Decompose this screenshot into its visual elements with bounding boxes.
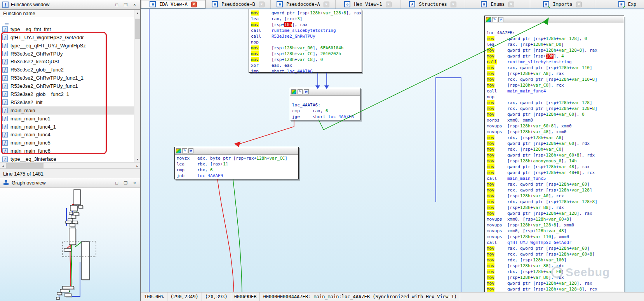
- list-item-function[interactable]: fmain_main: [0, 106, 134, 115]
- node-color-icon[interactable]: [291, 89, 296, 94]
- graph-overview-titlebar[interactable]: Graph overview □ ❐ ×: [0, 178, 140, 188]
- tab-bar[interactable]: ≡IDA View-A×≡Pseudocode-B×≡Pseudocode-A×…: [141, 0, 644, 9]
- asm-line[interactable]: xor eax, eax: [251, 63, 360, 68]
- tab-pseudocode-b[interactable]: ≡Pseudocode-B×: [206, 0, 271, 9]
- graph-overview-minimap[interactable]: [0, 188, 140, 301]
- tab-close-icon[interactable]: ×: [576, 2, 582, 7]
- asm-line[interactable]: movups [rsp+128h+var_110], xmm0: [487, 234, 622, 240]
- asm-line[interactable]: mov rdx, [rsp+128h+var_A8]: [487, 135, 622, 141]
- asm-line[interactable]: mov rax, qword ptr [rsp+128h+var_60]: [487, 245, 622, 251]
- asm-line[interactable]: mov [rsp+128h+var_A8], rax: [487, 71, 622, 77]
- asm-line[interactable]: [487, 24, 622, 30]
- asm-line[interactable]: loc_4AA7EB:: [487, 30, 622, 36]
- asm-line[interactable]: movups xmm0, [rsp+128h+var_60+8]: [487, 216, 622, 222]
- list-item-function[interactable]: fR53eJse2_kemOjUSt: [0, 57, 134, 66]
- block-titlebar[interactable]: ✎ ⇄: [485, 16, 624, 23]
- list-item-function[interactable]: fR53eJse2_GhRwTPUy_func1: [0, 82, 134, 90]
- tab-hex-view-1[interactable]: ◎Hex View-1×: [336, 0, 400, 9]
- asm-line[interactable]: mov rcx, qword ptr [rsp+128h+var_128+8]: [487, 106, 622, 111]
- list-item-function[interactable]: fR53eJse2_glob__func2: [0, 66, 134, 74]
- asm-line[interactable]: mov qword ptr [rsp+128h+var_128+8], rcx: [487, 286, 622, 292]
- asm-line[interactable]: movzx edx, byte ptr [rsp+rax+128h+var_CC…: [177, 155, 296, 161]
- asm-line[interactable]: mov rcx, qword ptr [rsp+128h+var_60+8]: [487, 251, 622, 257]
- scroll-left-icon[interactable]: ◄: [0, 163, 6, 169]
- tab-close-icon[interactable]: ×: [451, 2, 456, 7]
- asm-line[interactable]: mov rcx, qword ptr [rsp+128h+var_110+8]: [487, 77, 622, 82]
- list-item-function[interactable]: fmain_main_func4: [0, 130, 134, 139]
- asm-line[interactable]: mov rdx, [rsp+128h+var_100]: [487, 257, 622, 263]
- list-item-function[interactable]: fmain_main_func6: [0, 147, 134, 155]
- basic-block[interactable]: mov qword ptr [rsp+128h+var_128+8], raxl…: [249, 9, 362, 73]
- asm-line[interactable]: mov [rsp+128h+var_88], rdx: [487, 263, 622, 269]
- list-item-function[interactable]: fqfHT_UYJ_WgmfHpSz_GetAddr: [0, 33, 134, 42]
- node-edit-icon[interactable]: ✎: [182, 148, 187, 153]
- asm-line[interactable]: nop: [251, 39, 360, 45]
- asm-line[interactable]: mov [rsp+128h+var_D0], 6EA60104h: [251, 45, 360, 51]
- list-item-function[interactable]: fR53eJse2_GhRwTPUy_func1_1: [0, 74, 134, 82]
- tab-close-icon[interactable]: ×: [324, 2, 329, 7]
- asm-line[interactable]: call runtime_slicebytetostring: [251, 28, 360, 33]
- block-titlebar[interactable]: ✎ ⇄: [290, 88, 360, 96]
- node-color-icon[interactable]: [486, 17, 491, 22]
- basic-block[interactable]: ✎ ⇄ loc_4AA7EB:mov qword ptr [rsp+128h+v…: [484, 16, 624, 292]
- node-color-icon[interactable]: [176, 148, 181, 153]
- asm-line[interactable]: mov [rsp+128h+var_B8], rdx: [487, 205, 622, 211]
- asm-line[interactable]: call runtime_slicebytetostring: [487, 59, 622, 65]
- asm-line[interactable]: lea rax, [rsp+128h+var_D0]: [487, 42, 622, 47]
- asm-line[interactable]: nop: [487, 94, 622, 100]
- asm-line[interactable]: call main_main_func4: [487, 88, 622, 94]
- list-item-function[interactable]: ftype__eq_fmt_fmt: [0, 25, 134, 33]
- tab-structures[interactable]: AStructures×: [400, 0, 465, 9]
- asm-line[interactable]: mov qword ptr [rsp+128h+var_128+8], rax: [251, 10, 360, 16]
- asm-line[interactable]: mov [rsp+128h+var_CC], 2010202h: [251, 51, 360, 57]
- node-group-icon[interactable]: ⇄: [304, 89, 309, 94]
- node-edit-icon[interactable]: ✎: [492, 17, 497, 22]
- vscroll-thumb[interactable]: [135, 19, 140, 39]
- tab-close-icon[interactable]: ×: [191, 2, 197, 7]
- tab-exp[interactable]: ≡↗Exp: [595, 0, 644, 9]
- tab-pseudocode-a[interactable]: ≡Pseudocode-A×: [271, 0, 336, 9]
- functions-horizontal-scrollbar[interactable]: ◄ ►: [0, 162, 140, 169]
- asm-line[interactable]: mov [rsp+128h+var_C0], rcx: [487, 82, 622, 88]
- asm-line[interactable]: mov qword ptr [rsp+128h+var_128], rax: [487, 211, 622, 216]
- asm-line[interactable]: mov qword ptr [rsp+128h+var_128], rax: [487, 280, 622, 286]
- asm-line[interactable]: call main_main_func5: [487, 176, 622, 181]
- list-item-function[interactable]: fmain_main_func1: [0, 115, 134, 123]
- asm-line[interactable]: mov rcx, qword ptr [rsp+128h+var_128]: [487, 187, 622, 193]
- close-icon[interactable]: ×: [131, 180, 138, 186]
- list-item-function[interactable]: fR53eJse2_init: [0, 98, 134, 106]
- list-item-function[interactable]: fmain_main_func5: [0, 139, 134, 147]
- basic-block[interactable]: ✎ ⇄ movzx edx, byte ptr [rsp+rax+128h+va…: [174, 147, 299, 179]
- tab-close-icon[interactable]: ×: [508, 2, 514, 7]
- list-item-function[interactable]: fmain_main_func4_1: [0, 123, 134, 131]
- asm-line[interactable]: mov rax, qword ptr [rsp+128h+var_128]: [487, 100, 622, 106]
- scroll-right-icon[interactable]: ►: [134, 163, 140, 169]
- functions-list[interactable]: ftype__eq_fmt_fmtfqfHT_UYJ_WgmfHpSz_GetA…: [0, 17, 134, 162]
- tab-imports[interactable]: ≡↘Imports×: [530, 0, 595, 9]
- list-item-function[interactable]: ftype__eq_3interface: [0, 155, 134, 162]
- asm-line[interactable]: xorps xmm0, xmm0: [487, 117, 622, 123]
- list-item-function[interactable]: ftype__eq_qfHT_UYJ_WgmfHpSz: [0, 42, 134, 50]
- asm-line[interactable]: mov rax, qword ptr [rsp+128h+var_60]: [487, 181, 622, 187]
- asm-line[interactable]: loc_4AA7A6:: [292, 102, 358, 108]
- asm-line[interactable]: mov [rsp+128h+var_C8], 0: [251, 57, 360, 63]
- function-name-column-header[interactable]: Function name: [0, 10, 134, 17]
- asm-line[interactable]: mov [rsp+128h+anonymous_0], 14h: [487, 158, 622, 164]
- asm-line[interactable]: call qfHT_UYJ_WgmfHpSz_GetAddr: [487, 240, 622, 245]
- asm-line[interactable]: mov qword ptr [rsp+128h+var_60], 0: [487, 111, 622, 117]
- asm-line[interactable]: mov rax, qword ptr [rsp+128h+var_110]: [487, 65, 622, 71]
- node-edit-icon[interactable]: ✎: [298, 89, 303, 94]
- list-item-partial[interactable]: [0, 17, 134, 25]
- asm-line[interactable]: mov qword ptr [rsp+128h+var_48+8], rcx: [487, 170, 622, 176]
- maximize-icon[interactable]: □: [113, 2, 120, 8]
- asm-line[interactable]: mov qword ptr [rsp+128h+var_60], rdx: [487, 141, 622, 146]
- asm-line[interactable]: movups [rsp+128h+var_128+8], xmm0: [487, 222, 622, 228]
- tab-ida-view-a[interactable]: ≡IDA View-A×: [141, 0, 206, 9]
- asm-line[interactable]: jmp short loc_4AA7A6: [251, 68, 360, 74]
- asm-line[interactable]: lea rax, [rcx+3]: [251, 16, 360, 22]
- asm-line[interactable]: mov qword ptr [rsp+10h], 4: [487, 53, 622, 59]
- hscroll-thumb[interactable]: [6, 163, 44, 169]
- asm-line[interactable]: mov rbx, [rsp+128h+var_F8]: [487, 269, 622, 275]
- scroll-down-icon[interactable]: ▼: [134, 157, 141, 162]
- asm-line[interactable]: mov qword ptr [rsp+128h+var_48], rax: [487, 164, 622, 170]
